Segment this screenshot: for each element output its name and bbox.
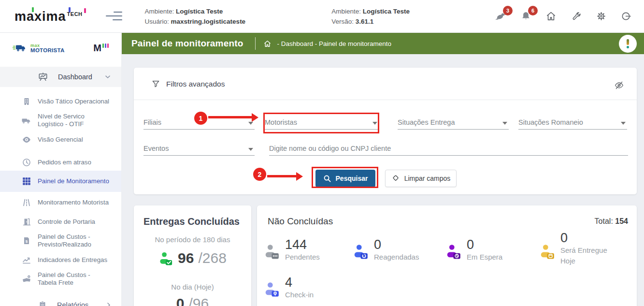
settings-gear-icon[interactable] bbox=[595, 10, 607, 23]
sidebar-item-label: Relatórios bbox=[57, 301, 88, 306]
eventos-select[interactable]: Eventos bbox=[143, 141, 255, 156]
exclamation-bar bbox=[627, 39, 629, 45]
maxmotorista-wordmark: max MOTORISTA bbox=[30, 43, 65, 53]
breadcrumb-home-icon[interactable] bbox=[263, 40, 272, 48]
stat-label: Reagendadas bbox=[374, 252, 419, 262]
stat-value: 0 bbox=[560, 231, 621, 245]
person-reschedule-blue-icon bbox=[353, 243, 369, 260]
chevron-down-icon bbox=[105, 75, 111, 79]
environment-user-info: Ambiente: Logística Teste Usuário: maxst… bbox=[145, 6, 246, 27]
advanced-filters-card: Filtros avançados Filiais Motoristas Sit… bbox=[134, 68, 637, 194]
menu-toggle-icon[interactable] bbox=[106, 11, 122, 22]
stat-sera-entregue-hoje: 0 Será Entregue Hoje bbox=[539, 231, 621, 266]
filters-header: Filtros avançados bbox=[151, 79, 225, 88]
sidebar-item-custos-previsto[interactable]: $ Painel de Custos - Previsto/Realizado bbox=[0, 230, 121, 251]
announcements-bird-icon[interactable]: 3 bbox=[494, 10, 507, 23]
sidebar-item-label: Nível de Servico Logístico - OTIF bbox=[38, 113, 110, 128]
chevron-down-icon bbox=[248, 148, 253, 151]
usuario-label: Usuário: bbox=[145, 18, 169, 25]
sidebar-item-relatorios[interactable]: Relatórios bbox=[0, 295, 121, 306]
wrench-icon[interactable] bbox=[570, 10, 582, 23]
annotation-step-1: 1 bbox=[194, 112, 207, 125]
notifications-bell-icon[interactable]: 6 bbox=[519, 10, 532, 23]
sidebar-item-label: Pedidos em atraso bbox=[38, 159, 91, 166]
sidebar-logo-row: max MOTORISTA M bbox=[0, 33, 121, 63]
situacoes-entrega-select[interactable]: Situações Entrega bbox=[398, 115, 509, 130]
versao-label: Versão: bbox=[331, 18, 354, 25]
annotation-arrow-1 bbox=[208, 116, 252, 118]
stat-value: 0 bbox=[374, 237, 419, 252]
brand-name: maxima bbox=[14, 9, 66, 24]
annotation-highlight-pesquisar bbox=[312, 167, 378, 188]
chevron-down-icon bbox=[621, 122, 626, 125]
road-icon bbox=[21, 198, 32, 207]
sidebar-item-pedidos-atraso[interactable]: Pedidos em atraso bbox=[0, 154, 121, 171]
logo-tick-pink bbox=[84, 8, 86, 13]
person-pending-gray-icon bbox=[264, 243, 280, 260]
eye-icon bbox=[21, 135, 32, 145]
stat-value: 144 bbox=[285, 237, 320, 252]
hide-filters-eye-off-icon[interactable] bbox=[614, 80, 624, 92]
sidebar-item-painel-monitoramento[interactable]: Painel de Monitoramento bbox=[0, 171, 121, 192]
sidebar-item-visao-gerencial[interactable]: Visão Gerencial bbox=[0, 131, 121, 148]
entregas-concluidas-title: Entregas Concluídas bbox=[143, 216, 240, 227]
sidebar-item-label: Visão Gerencial bbox=[38, 136, 83, 144]
total-value: 154 bbox=[615, 217, 628, 225]
total-label: Total: bbox=[595, 217, 613, 225]
sidebar-item-indicadores[interactable]: Indicadores de Entregas bbox=[0, 251, 121, 268]
maxmotorista-logo: max MOTORISTA bbox=[13, 43, 65, 53]
stat-value: 0 bbox=[467, 237, 502, 252]
truck-icon bbox=[13, 43, 28, 53]
filiais-select-label: Filiais bbox=[143, 118, 161, 126]
sidebar-item-controle-portaria[interactable]: Controle de Portaria bbox=[0, 213, 121, 230]
limpar-campos-button[interactable]: Limpar campos bbox=[385, 170, 457, 187]
today-label: No dia (Hoje) bbox=[134, 283, 251, 291]
stat-value: 4 bbox=[285, 275, 314, 290]
sidebar-item-custos-frete[interactable]: Painel de Custos - Tabela Frete bbox=[0, 268, 121, 290]
sidebar-item-label: Indicadores de Entregas bbox=[38, 256, 107, 264]
stat-label: Em Espera bbox=[467, 252, 502, 262]
logout-icon[interactable] bbox=[620, 10, 632, 23]
sidebar-item-visao-tatico[interactable]: Visão Tático Operacional bbox=[0, 93, 121, 110]
home-icon[interactable] bbox=[544, 10, 557, 23]
period-total: /268 bbox=[198, 250, 226, 266]
top-header: maxima TECH Ambiente: Logística Teste Us… bbox=[0, 0, 644, 33]
entregas-concluidas-card: Entregas Concluídas No período de 180 di… bbox=[134, 205, 251, 306]
sidebar: max MOTORISTA M Dashboard bbox=[0, 33, 122, 306]
person-calendar-gold-icon bbox=[539, 243, 556, 260]
period-label: No período de 180 dias bbox=[134, 235, 251, 244]
grid-icon bbox=[21, 176, 32, 186]
situacoes-romaneio-select[interactable]: Situações Romaneio bbox=[518, 115, 627, 130]
sidebar-section-label: Dashboard bbox=[58, 73, 92, 81]
logo-tick-green bbox=[32, 7, 34, 12]
sidebar-item-label: Visão Tático Operacional bbox=[38, 98, 109, 105]
sidebar-item-monitoramento-motorista[interactable]: Monitoramento Motorista bbox=[0, 192, 121, 213]
sidebar-item-otif[interactable]: Nível de Servico Logístico - OTIF bbox=[0, 110, 121, 131]
person-pin-lavender-icon bbox=[264, 281, 280, 297]
limpar-campos-label: Limpar campos bbox=[404, 175, 451, 182]
chevron-down-icon bbox=[248, 122, 253, 125]
page-title: Painel de monitoramento bbox=[131, 38, 243, 49]
usuario-value: maxstring.logisticateste bbox=[171, 18, 246, 25]
sidebar-item-label: Painel de Custos - Tabela Frete bbox=[38, 271, 110, 287]
annotation-arrow-2 bbox=[267, 175, 296, 177]
dashboard-icon bbox=[38, 72, 48, 82]
person-wait-purple-icon bbox=[445, 243, 462, 260]
notifications-count-badge: 6 bbox=[528, 6, 538, 15]
stat-label: Pendentes bbox=[285, 252, 320, 262]
environment-version-info: Ambiente: Logística Teste Versão: 3.61.1 bbox=[331, 6, 410, 27]
line-chart-icon bbox=[21, 255, 32, 265]
money-icon bbox=[21, 274, 32, 284]
sidebar-item-label: Monitoramento Motorista bbox=[38, 199, 110, 206]
app-window: maxima TECH Ambiente: Logística Teste Us… bbox=[0, 0, 644, 306]
situacoes-entrega-label: Situações Entrega bbox=[398, 118, 455, 126]
sidebar-section-dashboard[interactable]: Dashboard bbox=[0, 67, 121, 87]
annotation-step-2: 2 bbox=[253, 168, 266, 181]
maximatech-logo: maxima TECH bbox=[14, 9, 83, 24]
client-search-input[interactable] bbox=[269, 141, 628, 156]
alert-exclamation-button[interactable] bbox=[619, 35, 637, 53]
filters-title: Filtros avançados bbox=[166, 80, 225, 88]
client-search-field bbox=[269, 141, 628, 156]
sidebar-item-label: Painel de Custos - Previsto/Realizado bbox=[38, 233, 110, 248]
breadcrumb: - Dashboard - Painel de monitoramento bbox=[277, 40, 391, 47]
